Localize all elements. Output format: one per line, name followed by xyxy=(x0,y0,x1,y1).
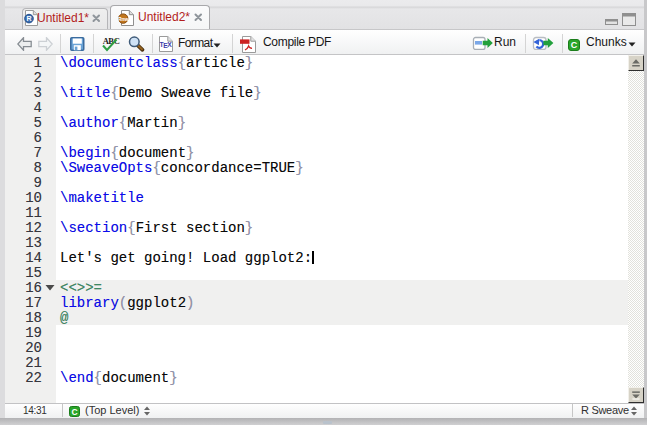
svg-text:C: C xyxy=(71,407,77,417)
svg-text:R: R xyxy=(26,15,31,22)
svg-text:Rnw: Rnw xyxy=(118,16,129,22)
svg-text:C: C xyxy=(571,40,578,50)
